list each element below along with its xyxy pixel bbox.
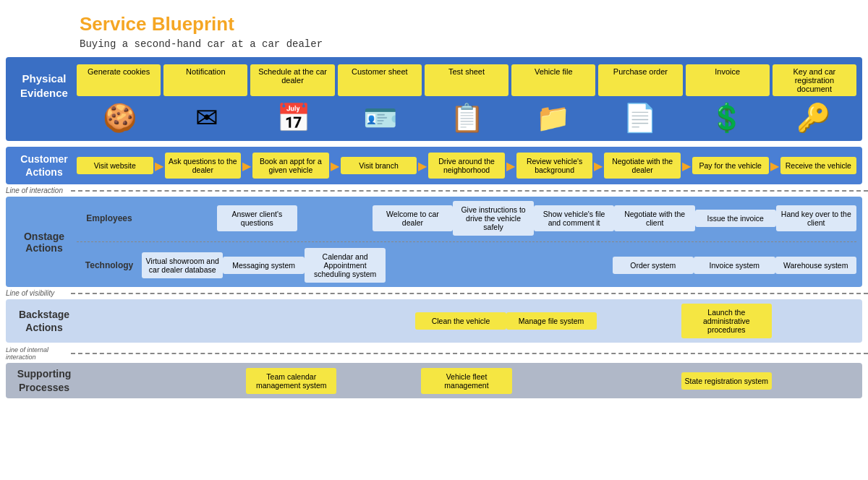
dashed-line-internal — [71, 353, 868, 354]
pe-labels-row: Generate cookies Notification Schedule a… — [77, 64, 856, 96]
pe-icon-7: 💲 — [683, 102, 770, 134]
arrow-2: ▶ — [329, 159, 341, 173]
supporting-section: Supporting Processes Team calendar manag… — [6, 363, 862, 398]
line-of-internal-label: Line of internal interaction — [6, 346, 71, 361]
tech-step-7: Invoice system — [694, 257, 775, 274]
ca-step-2: Book an appt for a given vehicle — [252, 153, 329, 179]
line-of-visibility-label: Line of visibility — [6, 289, 71, 297]
ca-step-5: Review vehicle's background — [516, 153, 593, 179]
pe-icon-8: 🔑 — [770, 102, 856, 134]
tech-step-6: Order system — [613, 257, 694, 274]
pe-icon-3: 🪪 — [336, 102, 423, 134]
tech-step-0: Virtual showroom and car dealer database — [142, 252, 223, 278]
pe-icon-5: 📁 — [510, 102, 597, 134]
arrow-0: ▶ — [153, 159, 165, 173]
pe-icon-2: 📅 — [250, 102, 337, 134]
bs-step-4: Clean the vehicle — [415, 312, 506, 330]
bs-step-7: Launch the administrative procedures — [681, 304, 772, 338]
ca-step-1: Ask questions to the dealer — [165, 153, 242, 179]
arrow-3: ▶ — [417, 159, 428, 173]
customer-label: Customer Actions — [12, 153, 77, 179]
onstage-section: OnstageActions Employees Answer client's… — [6, 197, 862, 287]
emp-step-8: Hand key over to the client — [776, 205, 857, 231]
line-of-interaction-label: Line of interaction — [6, 187, 71, 194]
physical-evidence-section: Physical Evidence Generate cookies Notif… — [6, 57, 862, 141]
backstage-label: Backstage Actions — [12, 308, 77, 334]
tech-flow: Virtual showroom and car dealer database… — [142, 248, 856, 283]
emp-step-5: Show vehicle's file and comment it — [534, 205, 615, 231]
technology-label: Technology — [77, 260, 142, 270]
pe-box-3: Customer sheet — [338, 64, 422, 96]
arrow-5: ▶ — [592, 159, 604, 173]
arrow-1: ▶ — [241, 159, 252, 173]
pe-icon-0: 🍪 — [77, 102, 163, 134]
ca-step-3: Visit branch — [341, 157, 417, 174]
employees-flow: Answer client's questions Welcome to car… — [142, 201, 856, 236]
line-of-interaction: Line of interaction — [0, 184, 868, 197]
line-of-internal: Line of internal interaction — [0, 344, 868, 363]
customer-flow-row: Visit website ▶ Ask questions to the dea… — [77, 153, 856, 179]
tech-step-8: Warehouse system — [775, 257, 856, 274]
ca-step-4: Drive around the neighborhood — [428, 153, 505, 179]
pe-icon-1: ✉ — [163, 102, 250, 134]
arrow-7: ▶ — [769, 159, 780, 173]
ca-step-0: Visit website — [77, 157, 153, 174]
sp-step-4: Vehicle fleet management — [421, 368, 511, 394]
pe-box-5: Vehicle file — [511, 64, 595, 96]
dashed-line-visibility — [71, 293, 868, 294]
backstage-section: Backstage Actions Clean the vehicle Mana… — [6, 299, 862, 343]
supporting-label: Supporting Processes — [12, 367, 77, 393]
ca-step-8: Receive the vehicle — [780, 157, 857, 174]
pe-content: Generate cookies Notification Schedule a… — [77, 64, 856, 134]
pe-section-label: Physical Evidence — [12, 64, 77, 100]
tech-step-1: Messaging system — [223, 257, 304, 274]
pe-box-2: Schedule at the car dealer — [250, 64, 334, 96]
emp-step-7: Issue the invoice — [695, 210, 776, 227]
emp-step-1: Answer client's questions — [217, 205, 298, 231]
ca-step-6: Negotiate with the dealer — [604, 153, 681, 179]
pe-icons-row: 🍪 ✉ 📅 🪪 📋 📁 📄 💲 🔑 — [77, 102, 856, 134]
customer-actions-section: Customer Actions Visit website ▶ Ask que… — [6, 147, 862, 184]
line-of-visibility: Line of visibility — [0, 287, 868, 299]
ca-step-7: Pay for the vehicle — [692, 157, 769, 174]
pe-box-6: Purchase order — [598, 64, 682, 96]
emp-step-3: Welcome to car dealer — [373, 205, 454, 231]
arrow-6: ▶ — [681, 159, 692, 173]
pe-box-4: Test sheet — [425, 64, 509, 96]
employees-row: Employees Answer client's questions Welc… — [77, 201, 856, 236]
pe-box-1: Notification — [163, 64, 247, 96]
pe-box-0: Generate cookies — [77, 64, 161, 96]
sp-step-7: State registration system — [681, 372, 772, 390]
tech-step-2: Calendar and Appointment scheduling syst… — [305, 248, 386, 283]
bs-step-5: Manage file system — [506, 312, 597, 330]
backstage-flow: Clean the vehicle Manage file system Lau… — [77, 304, 856, 338]
supporting-flow: Team calendar management system Vehicle … — [77, 368, 856, 394]
page-title: Service Blueprint — [0, 0, 868, 38]
employees-label: Employees — [77, 213, 142, 223]
pe-box-8: Key and car registration document — [773, 64, 856, 96]
arrow-4: ▶ — [505, 159, 516, 173]
sp-step-2: Team calendar management system — [246, 368, 336, 394]
technology-row: Technology Virtual showroom and car deal… — [77, 248, 856, 283]
onstage-label: OnstageActions — [12, 201, 77, 283]
onstage-content: Employees Answer client's questions Welc… — [77, 201, 856, 283]
subtitle: Buying a second-hand car at a car dealer — [0, 38, 868, 57]
emp-step-6: Negotiate with the client — [614, 205, 695, 231]
pe-box-7: Invoice — [686, 64, 770, 96]
pe-icon-4: 📋 — [423, 102, 510, 134]
emp-step-4: Give instructions to drive the vehicle s… — [453, 201, 534, 236]
dashed-line-interaction — [71, 190, 868, 192]
emp-tech-separator — [77, 241, 856, 242]
pe-icon-6: 📄 — [597, 102, 684, 134]
